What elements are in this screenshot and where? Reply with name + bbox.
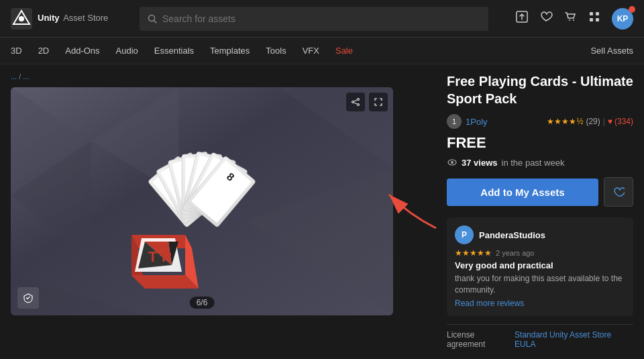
avatar[interactable]: KP (612, 8, 633, 30)
shield-button[interactable] (17, 287, 39, 309)
right-panel: Free Playing Cards - Ultimate Sport Pack… (436, 64, 644, 359)
reviewer-name: PanderaStudios (479, 230, 545, 240)
review-meta: ★★★★★ 2 years ago (455, 248, 625, 258)
eye-icon (447, 157, 458, 168)
add-btn-row: Add to My Assets (447, 177, 633, 207)
review-time: 2 years ago (496, 249, 534, 257)
nav-item-audio[interactable]: Audio (116, 40, 138, 61)
views-row: 37 views in the past week (447, 157, 633, 168)
search-icon (148, 14, 157, 23)
header-icons: KP (515, 8, 633, 30)
views-count: 37 views (462, 158, 498, 168)
notification-badge (629, 6, 635, 13)
views-suffix: in the past week (502, 158, 565, 168)
heart-icon: ♥ (608, 117, 612, 126)
left-panel: ... / ... (0, 64, 436, 359)
rating-row: ★★★★½ (29) | ♥ (334) (547, 117, 633, 126)
share-button[interactable] (346, 93, 365, 111)
apps-icon[interactable] (588, 10, 601, 27)
review-stars: ★★★★★ (455, 248, 492, 258)
publisher[interactable]: 1 1Poly (447, 114, 488, 129)
nav: 3D 2D Add-Ons Audio Essentials Templates… (0, 38, 644, 64)
nav-item-templates[interactable]: Templates (210, 40, 250, 61)
svg-line-53 (354, 100, 357, 101)
publisher-name: 1Poly (466, 117, 488, 127)
svg-rect-8 (590, 12, 593, 15)
nav-item-addons[interactable]: Add-Ons (65, 40, 99, 61)
wishlist-icon[interactable] (539, 10, 553, 27)
breadcrumb-link[interactable]: ... (11, 72, 17, 81)
upload-icon[interactable] (515, 10, 529, 27)
product-title: Free Playing Cards - Ultimate Sport Pack (447, 72, 633, 107)
svg-point-52 (352, 101, 354, 103)
header: Unity Asset Store (0, 0, 644, 38)
product-image-container: J 2 5 (11, 87, 393, 315)
publisher-row: 1 1Poly ★★★★½ (29) | ♥ (334) (447, 114, 633, 129)
review-text: thank you for making this asset availabl… (455, 273, 625, 296)
nav-item-3d[interactable]: 3D (11, 40, 22, 61)
logo: Unity Asset Store (11, 8, 131, 30)
publisher-avatar: 1 (447, 114, 462, 129)
review-title: Very good and practical (455, 260, 625, 270)
nav-item-2d[interactable]: 2D (38, 40, 50, 61)
cart-icon[interactable] (564, 10, 577, 27)
star-rating: ★★★★½ (547, 117, 583, 126)
image-counter: 6/6 (190, 297, 215, 309)
product-image: J 2 5 (11, 87, 393, 315)
svg-line-4 (154, 20, 157, 23)
svg-point-56 (451, 161, 453, 164)
add-to-assets-button[interactable]: Add to My Assets (447, 178, 598, 206)
nav-item-essentials[interactable]: Essentials (154, 40, 194, 61)
breadcrumb-link2[interactable]: ... (23, 72, 29, 81)
wishlist-button[interactable] (604, 177, 633, 207)
logo-text: Unity Asset Store (38, 13, 108, 23)
svg-point-7 (573, 19, 574, 21)
heart-number: (334) (614, 117, 633, 126)
price: FREE (447, 134, 633, 152)
svg-rect-10 (590, 18, 593, 21)
read-more-link[interactable]: Read more reviews (455, 299, 625, 308)
svg-rect-9 (596, 12, 599, 15)
rating-count: (29) (586, 117, 600, 126)
nav-item-vfx[interactable]: VFX (303, 40, 319, 61)
review-card: P PanderaStudios ★★★★★ 2 years ago Very … (447, 217, 633, 316)
search-input[interactable] (162, 13, 480, 24)
main-content: ... / ... (0, 64, 644, 359)
svg-line-54 (354, 103, 357, 104)
license-label: License agreement (447, 330, 515, 349)
svg-point-51 (358, 104, 360, 106)
svg-text:T: T (148, 248, 158, 265)
license-link[interactable]: Standard Unity Asset Store EULA (515, 330, 633, 349)
nav-item-sale[interactable]: Sale (335, 40, 353, 61)
fullscreen-button[interactable] (369, 93, 388, 111)
svg-point-2 (19, 16, 24, 21)
svg-text:P: P (162, 248, 172, 265)
search-bar[interactable] (140, 7, 488, 31)
image-controls (346, 93, 388, 111)
heart-count: ♥ (334) (608, 117, 633, 126)
svg-point-6 (569, 19, 570, 21)
reviewer-avatar: P (455, 225, 474, 244)
heart-icon (612, 186, 625, 198)
nav-item-tools[interactable]: Tools (266, 40, 286, 61)
breadcrumb: ... / ... (11, 72, 425, 81)
reviewer-row: P PanderaStudios (455, 225, 625, 244)
svg-point-50 (358, 99, 360, 101)
sell-assets-link[interactable]: Sell Assets (590, 46, 633, 56)
unity-logo-icon (11, 8, 32, 30)
svg-rect-11 (596, 18, 599, 21)
license-row: License agreement Standard Unity Asset S… (447, 324, 633, 349)
